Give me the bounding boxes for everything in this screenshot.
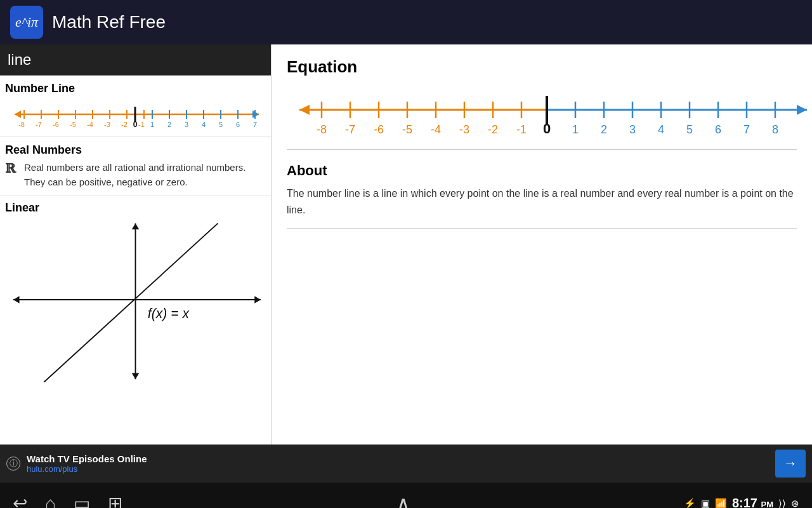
svg-text:3: 3: [185, 121, 188, 128]
left-panel: Number Line: [0, 44, 272, 444]
svg-text:7: 7: [253, 121, 257, 128]
svg-marker-36: [254, 296, 261, 304]
ad-button[interactable]: →: [775, 450, 806, 478]
svg-text:3: 3: [629, 123, 636, 136]
svg-text:-2: -2: [121, 121, 128, 128]
small-number-line-graphic: -8 -7 -6 -5 -4 -3 -2 -1 0 1 2 3 4 5 6 7: [5, 100, 265, 129]
svg-text:-6: -6: [374, 123, 384, 136]
ad-title: Watch TV Episodes Online: [27, 453, 769, 464]
svg-marker-40: [132, 373, 140, 380]
real-numbers-icon: ℝ: [5, 161, 19, 176]
svg-text:-8: -8: [317, 123, 327, 136]
ad-text-area: Watch TV Episodes Online hulu.com/plus: [27, 453, 769, 474]
equation-title: Equation: [287, 57, 797, 77]
about-section: About The number line is a line in which…: [287, 163, 797, 229]
app-icon: e^iπ: [10, 6, 43, 39]
svg-text:-1: -1: [516, 123, 527, 136]
up-icon[interactable]: ∧: [396, 491, 410, 509]
svg-text:-1: -1: [138, 121, 145, 128]
bottom-bar: ↩ ⌂ ▭ ⊞ ∧ ⚡ ▣ 📶 8:17 PM ⟩⟩ ⊛: [0, 483, 812, 508]
app-title: Math Ref Free: [52, 12, 166, 32]
svg-text:-3: -3: [104, 121, 110, 128]
back-button[interactable]: ↩: [13, 493, 27, 508]
svg-text:2: 2: [601, 123, 607, 136]
nav-center: ∧: [396, 491, 410, 509]
svg-line-41: [44, 224, 218, 382]
real-numbers-section: Real Numbers ℝ Real numbers are all rati…: [0, 137, 271, 196]
svg-text:0: 0: [133, 120, 138, 129]
linear-section: Linear f(x) = x: [0, 196, 271, 444]
status-icons: ⚡ ▣ 📶 8:17 PM ⟩⟩ ⊛: [684, 496, 799, 508]
extra-icon: ⊛: [791, 498, 799, 509]
real-numbers-text: Real numbers are all rational and irrati…: [24, 161, 266, 189]
real-numbers-title: Real Numbers: [5, 144, 266, 157]
grid-button[interactable]: ⊞: [108, 493, 122, 508]
svg-marker-45: [299, 105, 310, 115]
ad-arrow-icon: →: [783, 455, 797, 472]
am-pm: PM: [761, 500, 773, 508]
svg-text:1: 1: [572, 123, 579, 136]
search-input[interactable]: [8, 51, 263, 69]
svg-text:6: 6: [715, 123, 721, 136]
svg-marker-1: [15, 110, 21, 118]
app-icon-label: e^iπ: [15, 14, 38, 30]
svg-text:-5: -5: [70, 121, 76, 128]
right-panel: Equation: [272, 44, 812, 444]
svg-marker-39: [132, 224, 140, 230]
recents-button[interactable]: ▭: [74, 493, 90, 508]
wifi-icon: ⟩⟩: [778, 498, 786, 509]
ad-banner: ⓘ Watch TV Episodes Online hulu.com/plus…: [0, 444, 812, 483]
svg-text:6: 6: [236, 121, 240, 128]
svg-text:-4: -4: [431, 123, 441, 136]
svg-text:7: 7: [743, 123, 750, 136]
nav-right: ⚡ ▣ 📶 8:17 PM ⟩⟩ ⊛: [684, 496, 799, 508]
svg-text:f(x) = x: f(x) = x: [148, 306, 190, 321]
svg-text:2: 2: [167, 121, 171, 128]
svg-text:-8: -8: [18, 121, 25, 128]
svg-text:-6: -6: [53, 121, 59, 128]
svg-text:-7: -7: [36, 121, 42, 128]
search-bar: [0, 44, 271, 76]
number-line-section: Number Line: [0, 76, 271, 137]
big-number-line-graphic: -8 -7 -6 -5 -4 -3 -2 -1 0 1 2 3 4 5 6 7 …: [287, 86, 807, 137]
photo-icon: ▣: [701, 498, 710, 509]
time-value: 8:17: [732, 496, 757, 508]
about-text: The number line is a line in which every…: [287, 185, 797, 218]
svg-text:-4: -4: [87, 121, 93, 128]
svg-text:-2: -2: [488, 123, 498, 136]
svg-text:-5: -5: [402, 123, 412, 136]
svg-text:4: 4: [202, 121, 206, 128]
ad-info-icon: ⓘ: [6, 457, 20, 471]
title-bar: e^iπ Math Ref Free: [0, 0, 812, 44]
svg-text:5: 5: [219, 121, 223, 128]
svg-text:5: 5: [686, 123, 693, 136]
nav-left: ↩ ⌂ ▭ ⊞: [13, 493, 122, 508]
main-content: Number Line: [0, 44, 812, 444]
svg-text:1: 1: [150, 121, 154, 128]
big-number-line-container: -8 -7 -6 -5 -4 -3 -2 -1 0 1 2 3 4 5 6 7 …: [287, 86, 797, 150]
about-title: About: [287, 163, 797, 179]
clock: 8:17 PM: [732, 496, 773, 508]
home-button[interactable]: ⌂: [45, 493, 56, 509]
usb-icon: ⚡: [684, 498, 696, 509]
real-numbers-content: ℝ Real numbers are all rational and irra…: [5, 161, 266, 189]
svg-text:0: 0: [543, 121, 551, 137]
svg-marker-46: [797, 105, 807, 115]
svg-marker-37: [13, 296, 20, 304]
svg-text:8: 8: [772, 123, 778, 136]
ad-url: hulu.com/plus: [27, 464, 769, 474]
svg-text:-7: -7: [345, 123, 355, 136]
svg-text:-3: -3: [459, 123, 469, 136]
linear-graph: f(x) = x: [5, 217, 266, 382]
number-line-title: Number Line: [5, 82, 266, 95]
signal-icon: 📶: [715, 498, 727, 509]
svg-text:4: 4: [658, 123, 664, 136]
linear-title: Linear: [5, 201, 266, 215]
